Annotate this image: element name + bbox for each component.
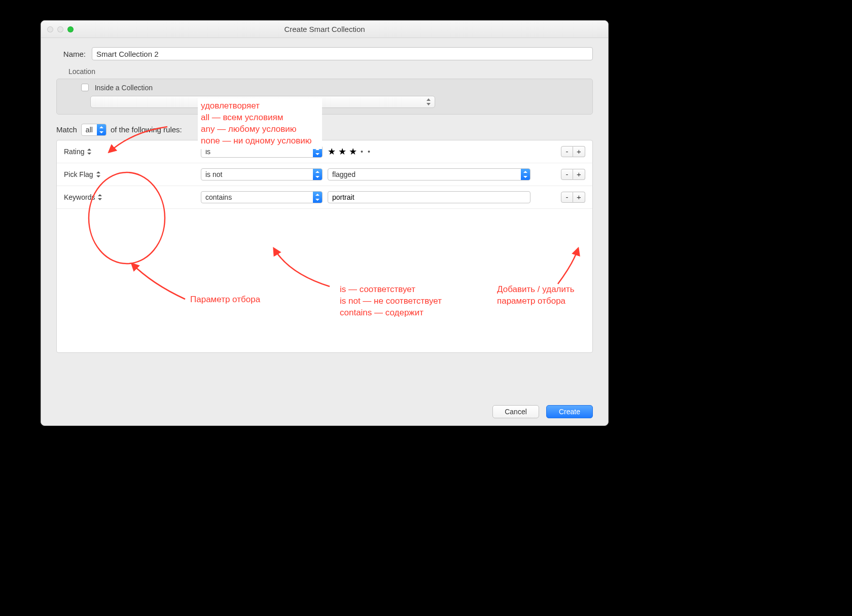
rule-row: Keywords contains - +	[57, 186, 592, 209]
window-title: Create Smart Collection	[41, 25, 608, 33]
dropdown-knob-icon	[313, 169, 322, 180]
sort-icon	[87, 149, 91, 155]
value-label: flagged	[328, 170, 521, 178]
dialog-window: Create Smart Collection Name: Location I…	[41, 20, 609, 426]
operator-select[interactable]: contains	[201, 191, 323, 203]
name-input[interactable]	[92, 47, 593, 60]
window-close-icon[interactable]	[47, 26, 53, 32]
dropdown-knob-icon	[521, 169, 530, 180]
criteria-label: Pick Flag	[64, 170, 93, 178]
dropdown-knob-icon	[97, 124, 106, 135]
rules-panel: Rating is ★ ★ ★ • • - +	[56, 140, 593, 353]
star-icon: ★	[349, 146, 359, 157]
location-box: Inside a Collection	[56, 79, 593, 115]
inside-collection-checkbox[interactable]	[81, 84, 89, 91]
sort-icon	[98, 194, 102, 200]
criteria-select[interactable]: Pick Flag	[64, 170, 196, 178]
value-input[interactable]	[328, 191, 530, 203]
sort-icon	[96, 171, 100, 177]
dropdown-knob-icon	[313, 192, 322, 203]
dropdown-knob-icon	[313, 146, 322, 157]
add-rule-button[interactable]: +	[573, 146, 585, 157]
remove-rule-button[interactable]: -	[561, 192, 573, 203]
match-mode-select[interactable]: all	[81, 124, 106, 136]
operator-value: is not	[201, 170, 313, 178]
star-icon: ★	[338, 146, 348, 157]
match-mode-value: all	[82, 126, 97, 134]
star-icon: ★	[328, 146, 337, 157]
rating-stars[interactable]: ★ ★ ★ • •	[328, 146, 373, 157]
add-rule-button[interactable]: +	[573, 169, 585, 180]
add-rule-button[interactable]: +	[573, 192, 585, 203]
match-suffix: of the following rules:	[111, 125, 182, 134]
criteria-select[interactable]: Keywords	[64, 193, 196, 201]
match-prefix: Match	[56, 125, 77, 134]
rule-row: Rating is ★ ★ ★ • • - +	[57, 140, 592, 163]
star-empty-icon: •	[367, 148, 373, 156]
inside-collection-label: Inside a Collection	[95, 84, 153, 92]
stepper-arrows-icon	[427, 98, 431, 105]
create-button[interactable]: Create	[546, 405, 593, 418]
location-section-label: Location	[68, 67, 593, 76]
name-label: Name:	[56, 50, 86, 58]
collection-select[interactable]	[90, 96, 435, 108]
criteria-select[interactable]: Rating	[64, 148, 196, 156]
window-minimize-icon[interactable]	[57, 26, 63, 32]
operator-value: is	[201, 148, 313, 156]
rule-row: Pick Flag is not flagged - +	[57, 163, 592, 186]
operator-value: contains	[201, 193, 313, 201]
criteria-label: Keywords	[64, 193, 95, 201]
window-zoom-icon[interactable]	[67, 26, 74, 32]
operator-select[interactable]: is not	[201, 168, 323, 180]
criteria-label: Rating	[64, 148, 84, 156]
remove-rule-button[interactable]: -	[561, 146, 573, 157]
operator-select[interactable]: is	[201, 146, 323, 158]
value-select[interactable]: flagged	[328, 168, 530, 180]
cancel-button[interactable]: Cancel	[492, 405, 539, 418]
titlebar: Create Smart Collection	[41, 21, 608, 38]
star-empty-icon: •	[360, 148, 366, 156]
remove-rule-button[interactable]: -	[561, 169, 573, 180]
